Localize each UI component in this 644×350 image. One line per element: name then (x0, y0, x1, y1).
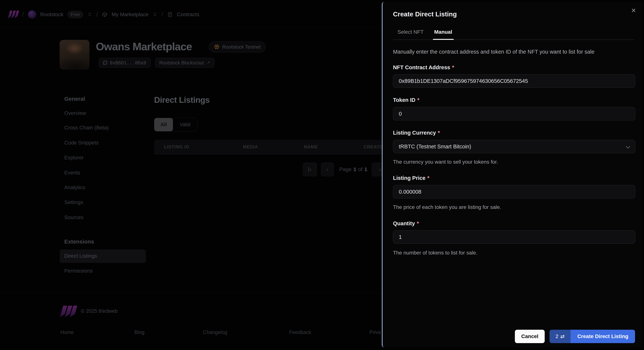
column-listing-id: LISTING ID (164, 144, 189, 149)
sidebar-item-settings[interactable]: Settings (64, 199, 83, 205)
token-id-input[interactable] (393, 107, 635, 120)
listing-currency-label: Listing Currency* (393, 130, 440, 136)
tab-select-nft[interactable]: Select NFT (398, 27, 424, 36)
quantity-label: Quantity* (393, 220, 419, 227)
chevron-up-down-icon[interactable] (87, 12, 92, 17)
thirdweb-logo-icon[interactable] (9, 10, 18, 18)
marketplace-avatar (60, 40, 90, 70)
submit-split-button: 2 ⇄ Create Direct Listing (550, 330, 635, 343)
external-link-icon: ↗ (206, 60, 210, 65)
sidebar-item-permissions[interactable]: Permissions (64, 268, 92, 274)
active-tab-indicator (433, 39, 454, 40)
token-id-label: Token ID* (393, 97, 420, 103)
listing-currency-select[interactable]: tRBTC (Testnet Smart Bitcoin) (393, 140, 635, 153)
required-marker: * (438, 130, 440, 136)
cube-icon (102, 12, 108, 17)
contract-doc-icon (167, 12, 173, 17)
sidebar-section-general: General (64, 96, 85, 102)
drawer-title: Create Direct Listing (393, 10, 457, 18)
listing-price-input[interactable] (393, 185, 635, 198)
close-icon[interactable]: × (629, 6, 638, 15)
listing-currency-value: tRBTC (Testnet Smart Bitcoin) (399, 144, 471, 150)
sidebar-item-overview[interactable]: Overview (64, 110, 86, 116)
first-page-button[interactable]: ‹ (303, 163, 317, 176)
plan-badge: Free (68, 11, 83, 18)
footer-link-privacy[interactable]: Priva (369, 330, 381, 335)
sidebar-item-direct-listings[interactable]: Direct Listings (64, 253, 97, 259)
chevron-down-icon (626, 144, 630, 149)
contract-address-copy-button[interactable]: 0xB6D1...0Da9 (99, 58, 150, 68)
required-marker: * (427, 175, 429, 181)
footer-link-blog[interactable]: Blog (134, 330, 144, 335)
copy-icon (103, 61, 107, 65)
section-title: Direct Listings (154, 95, 210, 105)
breadcrumb-separator: / (22, 11, 24, 18)
explorer-label: Rootstock Blockscout (159, 60, 204, 65)
sidebar-item-analytics[interactable]: Analytics (64, 185, 85, 190)
contract-address-input[interactable] (393, 74, 635, 88)
swap-arrows-icon: ⇄ (560, 334, 564, 340)
network-badge-label: Rootstock Testnet (222, 44, 261, 50)
breadcrumb-project[interactable]: My Marketplace (112, 11, 148, 17)
breadcrumb-team[interactable]: Rootstock (40, 11, 64, 17)
required-marker: * (452, 64, 454, 70)
sidebar-item-code-snippets[interactable]: Code Snippets (64, 140, 98, 146)
cancel-button[interactable]: Cancel (515, 330, 545, 343)
breadcrumb-separator: / (96, 11, 98, 18)
explorer-link-button[interactable]: Rootstock Blockscout ↗ (155, 58, 214, 68)
footer-link-feedback[interactable]: Feedback (289, 330, 312, 335)
column-media: MEDIA (243, 144, 258, 149)
footer-link-changelog[interactable]: Changelog (203, 330, 227, 335)
top-navigation: / Rootstock Free / My Marketplace / Cont… (2, 2, 382, 27)
listings-table-header: LISTING ID MEDIA NAME CREATOR (154, 140, 382, 154)
transaction-count-button[interactable]: 2 ⇄ (550, 330, 570, 343)
listing-price-label: Listing Price* (393, 175, 429, 181)
network-badge[interactable]: Rootstock Testnet (209, 41, 266, 52)
column-name: NAME (304, 144, 318, 149)
create-direct-listing-button[interactable]: Create Direct Listing (570, 330, 635, 343)
listings-filter-tabs: All Valid (154, 118, 197, 131)
drawer-actions: Cancel 2 ⇄ Create Direct Listing (515, 330, 635, 343)
breadcrumb-separator: / (161, 11, 163, 18)
transaction-count: 2 (556, 334, 558, 340)
quantity-help: The number of tokens to list for sale. (393, 250, 478, 256)
listing-price-help: The price of each token you are listing … (393, 204, 501, 210)
sidebar-section-extensions: Extensions (64, 239, 94, 245)
app-root: / Rootstock Free / My Marketplace / Cont… (0, 0, 644, 350)
sidebar-item-cross-chain[interactable]: Cross Chain (Beta) (64, 125, 109, 131)
page-title: Owans Marketplace (96, 40, 192, 53)
contract-address-label: NFT Contract Address* (393, 64, 454, 70)
next-page-icon: › (379, 166, 381, 173)
contract-address-short: 0xB6D1...0Da9 (110, 60, 146, 65)
page-indicator: Page1of1 (339, 163, 367, 176)
pagination: ‹ ‹ Page1of1 › (154, 163, 396, 176)
required-marker: * (417, 97, 419, 103)
drawer-description: Manually enter the contract address and … (393, 49, 631, 55)
footer-divider (2, 293, 382, 293)
listing-currency-help: The currency you want to sell your token… (393, 159, 498, 165)
required-marker: * (417, 220, 419, 226)
team-avatar[interactable] (28, 10, 36, 19)
tab-manual[interactable]: Manual (434, 27, 452, 36)
tab-track (393, 39, 634, 40)
filter-tab-valid[interactable]: Valid (173, 118, 197, 131)
sidebar-item-explorer[interactable]: Explorer (64, 155, 84, 161)
thirdweb-footer-logo-icon[interactable] (62, 306, 76, 317)
sidebar-item-sources[interactable]: Sources (64, 214, 84, 220)
prev-page-button[interactable]: ‹ (321, 163, 334, 176)
filter-tab-all[interactable]: All (154, 118, 173, 131)
footer-link-home[interactable]: Home (60, 330, 74, 335)
quantity-input[interactable] (393, 230, 635, 244)
rootstock-dots-icon (214, 44, 220, 50)
breadcrumb-contracts[interactable]: Contracts (177, 11, 199, 17)
copyright-text: © 2025 thirdweb (81, 308, 118, 314)
sidebar-item-events[interactable]: Events (64, 170, 80, 176)
prev-page-icon: ‹ (326, 166, 328, 173)
hero-meta-row: 0xB6D1...0Da9 Rootstock Blockscout ↗ (99, 58, 214, 68)
chevron-up-down-icon[interactable] (152, 12, 157, 17)
first-page-icon: ‹ (310, 166, 312, 173)
create-direct-listing-drawer: × Create Direct Listing Select NFT Manua… (382, 2, 642, 348)
